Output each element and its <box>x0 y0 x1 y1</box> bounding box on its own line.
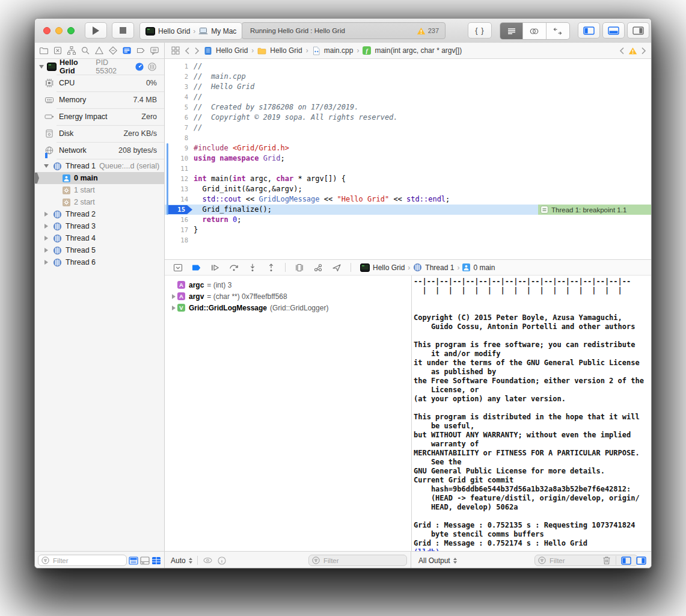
debug-crumb-frame[interactable]: 0 main <box>473 263 495 272</box>
code-line-13[interactable]: 13 Grid_init(&argc,&argv); <box>165 184 651 194</box>
show-only-interesting-button[interactable] <box>152 556 161 565</box>
disclosure-open-icon[interactable] <box>39 65 44 69</box>
stack-frame-1-start[interactable]: 1 start <box>35 184 164 196</box>
gauge-row-memory[interactable]: Memory7.4 MB <box>35 91 164 108</box>
debug-crumb-thread[interactable]: Thread 1 <box>425 263 454 272</box>
gauge-row-cpu[interactable]: CPU0% <box>35 75 164 91</box>
debug-crumb-process[interactable]: Hello Grid <box>373 263 405 272</box>
code-line-14[interactable]: 14 std::cout << GridLogMessage << "Hello… <box>165 194 651 205</box>
line-number[interactable]: 11 <box>165 164 194 174</box>
console-scope-dropdown[interactable]: All Output <box>418 556 457 565</box>
breakpoint-navigator-button[interactable] <box>136 46 145 55</box>
run-button[interactable] <box>85 22 107 38</box>
gauge-row-disk[interactable]: DiskZero KB/s <box>35 125 164 142</box>
code-line-18[interactable]: 18 <box>165 235 651 245</box>
step-out-button[interactable] <box>266 263 276 273</box>
code-line-1[interactable]: 1// <box>165 61 651 72</box>
debug-area-toggle-button[interactable] <box>602 22 625 38</box>
standard-editor-button[interactable] <box>500 23 523 39</box>
disclosure-closed-icon[interactable] <box>43 248 49 253</box>
code-line-2[interactable]: 2// main.cpp <box>165 72 651 82</box>
disclosure-closed-icon[interactable] <box>43 224 49 229</box>
disclosure-closed-icon[interactable] <box>43 212 49 217</box>
close-window-button[interactable] <box>43 27 51 34</box>
line-number[interactable]: 2 <box>165 72 194 82</box>
minimize-window-button[interactable] <box>55 27 63 34</box>
navigator-filter-input[interactable] <box>52 556 123 565</box>
code-line-3[interactable]: 3// Hello Grid <box>165 82 651 92</box>
code-line-7[interactable]: 7// <box>165 123 651 133</box>
gauge-row-network[interactable]: Network208 bytes/s <box>35 142 164 159</box>
code-line-15[interactable]: 15 Grid_finalize();Thread 1: breakpoint … <box>165 205 651 215</box>
line-number[interactable]: 5 <box>165 102 194 112</box>
step-into-button[interactable] <box>248 263 257 273</box>
line-number[interactable]: 16 <box>165 215 194 225</box>
thread-row-3[interactable]: Thread 3 <box>35 220 164 232</box>
breakpoint-badge[interactable]: 15 <box>167 205 192 214</box>
code-line-17[interactable]: 17} <box>165 225 651 235</box>
next-issue-button[interactable] <box>641 47 646 55</box>
continue-button[interactable] <box>210 263 220 273</box>
line-number[interactable]: 3 <box>165 82 194 92</box>
find-navigator-button[interactable] <box>81 46 90 55</box>
breadcrumb-symbol[interactable]: main(int argc, char * argv[]) <box>375 46 462 55</box>
window-titlebar[interactable]: Hello Grid › My Mac Running Hello Grid :… <box>35 19 651 43</box>
thread-row-1[interactable]: Thread 1Queue:...d (serial) <box>35 160 164 172</box>
disclosure-closed-icon[interactable] <box>43 260 49 265</box>
memory-graph-button[interactable] <box>313 263 323 273</box>
code-line-9[interactable]: 9#include <Grid/Grid.h> <box>165 143 651 153</box>
thread-row-4[interactable]: Thread 4 <box>35 232 164 244</box>
stop-button[interactable] <box>112 22 134 38</box>
related-items-button[interactable] <box>171 46 180 55</box>
disclosure-open-icon[interactable] <box>43 164 49 168</box>
code-line-10[interactable]: 10using namespace Grid; <box>165 153 651 164</box>
code-line-11[interactable]: 11 <box>165 164 651 174</box>
inspector-toggle-button[interactable] <box>627 22 649 38</box>
clear-console-button[interactable] <box>602 556 611 565</box>
line-number[interactable]: 6 <box>165 112 194 123</box>
warning-count-badge[interactable]: 237 <box>417 23 439 38</box>
debug-navigator-button[interactable] <box>122 46 132 55</box>
code-line-5[interactable]: 5// Created by s1786208 on 17/03/2019. <box>165 102 651 112</box>
breadcrumb-file[interactable]: main.cpp <box>324 46 354 55</box>
show-console-button[interactable] <box>636 556 646 565</box>
print-description-button[interactable] <box>218 556 226 565</box>
line-number[interactable]: 12 <box>165 174 194 184</box>
line-number[interactable]: 18 <box>165 235 194 245</box>
line-number[interactable]: 13 <box>165 184 194 194</box>
thread-row-2[interactable]: Thread 2 <box>35 208 164 220</box>
variables-scope-dropdown[interactable]: Auto <box>171 556 192 565</box>
scheme-selector[interactable]: Hello Grid › My Mac <box>139 22 242 40</box>
thread-row-5[interactable]: Thread 5 <box>35 244 164 256</box>
line-number[interactable]: 9 <box>165 143 194 153</box>
show-variables-view-button[interactable] <box>621 556 631 565</box>
breadcrumb-project[interactable]: Hello Grid <box>216 46 248 55</box>
stack-frame-0-main[interactable]: 0 main <box>35 172 164 184</box>
variable-row-argc[interactable]: Aargc= (int) 3 <box>165 279 411 291</box>
disclosure-closed-icon[interactable] <box>170 306 177 310</box>
gauge-indicator-icon[interactable] <box>135 62 144 72</box>
go-back-button[interactable] <box>185 47 190 55</box>
line-number[interactable]: 10 <box>165 153 194 164</box>
code-line-4[interactable]: 4// <box>165 92 651 102</box>
line-number[interactable]: 14 <box>165 194 194 205</box>
debug-view-hierarchy-button[interactable] <box>295 263 304 273</box>
process-row[interactable]: Hello Grid PID 55302 <box>35 59 164 75</box>
source-editor[interactable]: 1//2// main.cpp3// Hello Grid4//5// Crea… <box>165 59 651 259</box>
version-editor-button[interactable] <box>547 23 569 39</box>
source-control-change-bar[interactable] <box>167 143 168 215</box>
library-button[interactable]: { } <box>468 22 492 38</box>
line-number[interactable]: 1 <box>165 61 194 72</box>
assistant-editor-button[interactable] <box>523 23 546 39</box>
code-line-12[interactable]: 12int main(int argc, char * argv[]) { <box>165 174 651 184</box>
code-line-8[interactable]: 8 <box>165 133 651 143</box>
breakpoint-annotation[interactable]: Thread 1: breakpoint 1.1 <box>538 205 651 215</box>
view-process-by-queue-button[interactable] <box>140 556 150 565</box>
quick-look-button[interactable] <box>203 556 213 564</box>
variable-row-argv[interactable]: Aargv= (char **) 0x7ffeefbff568 <box>165 291 411 302</box>
breakpoints-toggle-button[interactable] <box>192 263 201 273</box>
report-navigator-button[interactable] <box>150 46 159 55</box>
variable-row-grid-gridlogmessage[interactable]: VGrid::GridLogMessage(Grid::GridLogger) <box>165 302 411 313</box>
disclosure-closed-icon[interactable] <box>43 236 49 241</box>
variables-filter-field[interactable] <box>308 555 407 566</box>
